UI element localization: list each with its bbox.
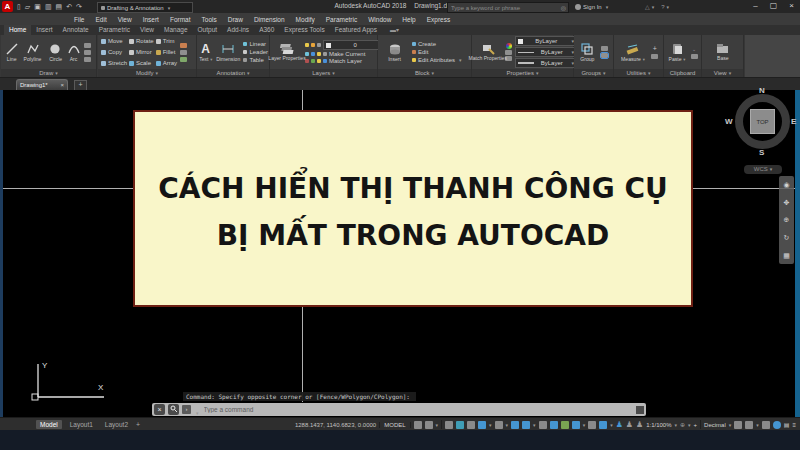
maximize-button[interactable]: ▢: [770, 1, 778, 10]
recent-commands-icon[interactable]: [194, 401, 199, 419]
tab-model[interactable]: Model: [36, 420, 62, 429]
graphics-performance-icon[interactable]: [773, 421, 781, 429]
object-snap-icon[interactable]: [522, 421, 530, 429]
ribbon-tab-express-tools[interactable]: Express Tools: [279, 25, 329, 35]
new-file-icon[interactable]: ▯: [17, 3, 21, 11]
autoscale-icon[interactable]: ♟: [626, 421, 633, 429]
customize-command-icon[interactable]: [168, 404, 179, 415]
mirror-tool[interactable]: Mirror: [129, 47, 154, 57]
undo-icon[interactable]: ↶: [66, 3, 72, 11]
clipboard-extra-tools[interactable]: ⌄: [691, 46, 698, 59]
isolate-objects-icon[interactable]: [762, 421, 770, 429]
edit-block-tool[interactable]: Edit: [412, 49, 428, 55]
lineweight-icon[interactable]: [539, 421, 547, 429]
edit-attributes-tool[interactable]: Edit Attributes: [412, 57, 462, 63]
stretch-tool[interactable]: Stretch: [101, 58, 127, 68]
menu-tools[interactable]: Tools: [202, 16, 217, 23]
save-icon[interactable]: ▣: [34, 3, 41, 11]
panel-label-clipboard[interactable]: Clipboard: [664, 69, 701, 77]
viewcube-east[interactable]: E: [791, 117, 796, 126]
workspace-switching-icon[interactable]: ⊕: [680, 421, 685, 428]
ribbon-tab-output[interactable]: Output: [193, 25, 223, 35]
match-layer-tool[interactable]: Match Layer: [305, 58, 362, 64]
polar-tracking-icon[interactable]: [478, 421, 486, 429]
group-tool[interactable]: Group: [579, 43, 596, 62]
lineweight-dropdown[interactable]: ByLayer: [515, 58, 577, 68]
model-space-button[interactable]: MODEL: [379, 422, 410, 428]
transparency-icon[interactable]: [550, 421, 558, 429]
infer-constraints-icon[interactable]: [445, 421, 453, 429]
annotation-scale-icon[interactable]: ♟: [636, 421, 643, 429]
line-tool[interactable]: Line: [6, 43, 18, 62]
tab-layout1[interactable]: Layout1: [66, 420, 97, 429]
fillet-tool[interactable]: Fillet: [156, 47, 177, 57]
autocad-logo-icon[interactable]: A: [2, 1, 13, 12]
tab-layout2[interactable]: Layout2: [101, 420, 132, 429]
table-tool[interactable]: Table: [243, 57, 263, 63]
measure-tool[interactable]: Measure: [619, 43, 647, 62]
color-dropdown[interactable]: ByLayer: [515, 36, 577, 46]
dynamic-ucs-icon[interactable]: [588, 421, 596, 429]
menu-express[interactable]: Express: [427, 16, 450, 23]
sign-in-menu[interactable]: Sign In: [575, 2, 608, 11]
plot-icon[interactable]: ▤: [56, 3, 63, 11]
help-search-box[interactable]: ◎: [447, 2, 569, 13]
ortho-icon[interactable]: [467, 421, 475, 429]
ribbon-tab-view[interactable]: View: [135, 25, 159, 35]
object-snap-tracking-icon[interactable]: [511, 421, 519, 429]
dimension-tool[interactable]: Dimension: [214, 43, 242, 62]
copy-tool[interactable]: Copy: [101, 47, 127, 57]
viewcube-south[interactable]: S: [759, 148, 764, 157]
menu-parametric[interactable]: Parametric: [326, 16, 357, 23]
linetype-dropdown[interactable]: ByLayer: [515, 47, 577, 57]
linear-tool[interactable]: Linear: [243, 41, 266, 47]
lock-ui-icon[interactable]: [745, 421, 753, 429]
selection-filtering-icon[interactable]: [599, 421, 607, 429]
arc-tool[interactable]: Arc: [68, 43, 80, 62]
annotation-scale-value[interactable]: 1:1/100%: [646, 422, 671, 428]
grid-icon[interactable]: [414, 421, 422, 429]
match-properties-tool[interactable]: Match Properties: [474, 44, 502, 61]
viewcube-top-face[interactable]: TOP: [750, 109, 775, 134]
snap-icon[interactable]: [425, 421, 433, 429]
annotation-visibility-icon[interactable]: ♟: [616, 421, 623, 429]
redo-icon[interactable]: ↷: [76, 3, 82, 11]
circle-tool[interactable]: Circle: [48, 43, 63, 62]
menu-edit[interactable]: Edit: [95, 16, 106, 23]
scale-tool[interactable]: Scale: [129, 58, 154, 68]
panel-label-block[interactable]: Block: [378, 69, 471, 77]
file-tab-drawing1[interactable]: Drawing1* ×: [16, 79, 68, 90]
utilities-extra-tools[interactable]: +: [651, 46, 658, 59]
layer-dropdown[interactable]: 0: [305, 40, 387, 50]
menu-insert[interactable]: Insert: [143, 16, 159, 23]
menu-format[interactable]: Format: [170, 16, 191, 23]
ribbon-tab-parametric[interactable]: Parametric: [94, 25, 135, 35]
selection-cycling-icon[interactable]: [561, 421, 569, 429]
workspace-dropdown[interactable]: Drafting & Annotation: [97, 2, 193, 13]
trim-tool[interactable]: Trim: [156, 36, 177, 46]
zoom-extents-icon[interactable]: ⊕: [784, 216, 790, 223]
panel-label-layers[interactable]: Layers: [270, 69, 377, 77]
search-binoculars-icon[interactable]: ◎: [561, 4, 568, 11]
text-tool[interactable]: A Text: [198, 43, 214, 62]
panel-label-view[interactable]: View: [702, 69, 743, 77]
3d-object-snap-icon[interactable]: [572, 421, 580, 429]
menu-draw[interactable]: Draw: [228, 16, 243, 23]
panel-label-annotation[interactable]: Annotation: [197, 69, 269, 77]
layer-properties-tool[interactable]: Layer Properties: [272, 43, 302, 61]
customization-icon[interactable]: ≡: [792, 422, 796, 428]
polyline-tool[interactable]: Polyline: [22, 43, 43, 62]
isometric-drafting-icon[interactable]: [495, 421, 503, 429]
command-resize-handle[interactable]: [636, 406, 644, 414]
orbit-icon[interactable]: ↻: [784, 234, 790, 241]
wcs-dropdown[interactable]: WCS: [744, 165, 782, 174]
leader-tool[interactable]: Leader: [243, 49, 268, 55]
viewcube-north[interactable]: N: [759, 86, 765, 95]
ribbon-tab-a360[interactable]: A360: [254, 25, 279, 35]
new-layout-button[interactable]: +: [136, 421, 140, 428]
menu-dimension[interactable]: Dimension: [254, 16, 285, 23]
groups-extra-tools[interactable]: [601, 46, 608, 58]
annotation-monitor-icon[interactable]: +: [694, 422, 698, 428]
menu-modify[interactable]: Modify: [296, 16, 315, 23]
close-button[interactable]: ×: [789, 1, 794, 10]
